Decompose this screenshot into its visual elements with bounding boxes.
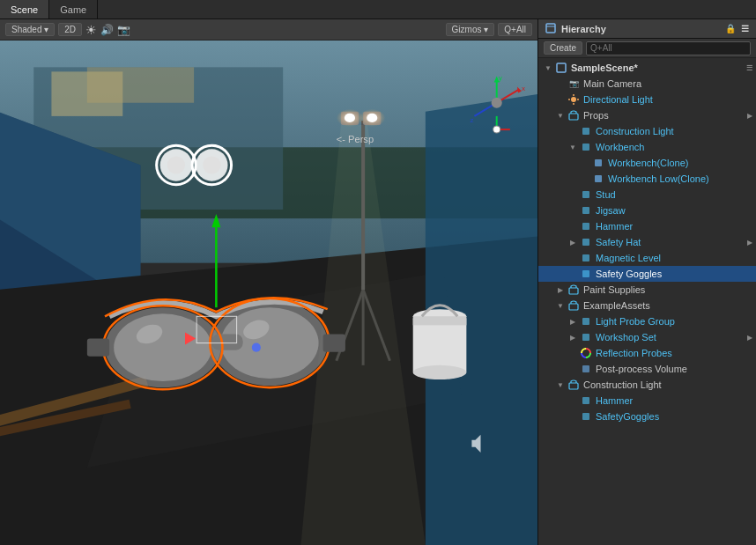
tree-item-jigsaw[interactable]: Jigsaw [538,203,756,218]
main-content: Shaded 2D ☀ 🔊 📷 Gizmos Q+All [0,19,756,545]
2d-toggle[interactable]: 2D [58,23,82,36]
svg-point-61 [167,156,185,173]
const-light2-arrow: ▼ [554,381,567,389]
svg-point-55 [493,126,500,133]
svg-rect-32 [87,339,109,357]
tree-item-props[interactable]: ▼ Props ▶ [538,107,756,123]
svg-rect-91 [582,413,589,420]
props-expand: ▶ [747,112,752,120]
viewport-toolbar: Shaded 2D ☀ 🔊 📷 Gizmos Q+All [0,19,537,41]
scene-viewport-svg: y x z [0,41,537,545]
sun-icon[interactable]: ☀ [85,23,97,37]
camera-icon-tree: 📷 [567,77,581,91]
svg-text:z: z [470,116,473,124]
tree-item-main-camera[interactable]: 📷 Main Camera [538,76,756,92]
paint-arrow: ▶ [554,286,567,294]
svg-point-62 [203,156,220,173]
props-label: Props [583,110,747,121]
camera-label: Main Camera [583,78,752,89]
tab-scene[interactable]: Scene [0,0,49,18]
tree-item-safety-goggles[interactable]: Safety Goggles [538,266,756,282]
tree-item-workbench-low-clone[interactable]: Workbench Low(Clone) [538,171,756,187]
example-assets-label: ExampleAssets [583,300,752,311]
const-light-1-label: Construction Light [596,126,752,136]
tree-item-hammer-1[interactable]: Hammer [538,218,756,234]
const-light-icon [579,124,593,138]
svg-rect-76 [595,175,602,182]
tab-bar: Scene Game [0,0,756,19]
tree-item-post-process[interactable]: Post-process Volume [538,361,756,377]
panel-toolbar: Create [538,39,756,58]
svg-rect-83 [569,288,578,294]
shading-dropdown[interactable]: Shaded [5,23,55,36]
safety-goggles-label: Safety Goggles [596,269,752,279]
tree-item-hammer-2[interactable]: Hammer [538,393,756,409]
tree-item-paint-supplies[interactable]: ▶ Paint Supplies [538,282,756,298]
svg-rect-41 [413,316,467,325]
stud-label: Stud [596,189,752,200]
gizmos-button[interactable]: Gizmos [446,23,495,36]
light-probe-label: Light Probe Group [596,316,752,327]
props-arrow: ▼ [554,112,567,120]
create-button[interactable]: Create [544,41,582,55]
hierarchy-search[interactable] [586,41,751,55]
scene-root-expand: ☰ [746,64,752,72]
mag-level-label: Magnetic Level [596,253,752,263]
svg-point-34 [252,343,261,352]
panel-menu-icon[interactable]: ☰ [741,24,749,33]
svg-rect-27 [211,334,242,350]
workshop-set-arrow: ▶ [567,334,579,342]
svg-rect-78 [582,207,589,214]
tree-item-safety-goggles-2[interactable]: SafetyGoggles [538,409,756,424]
svg-rect-86 [582,334,589,341]
tree-item-workbench[interactable]: ▼ Workbench [538,139,756,155]
tree-item-reflection-probes[interactable]: Reflection Probes [538,345,756,361]
tree-item-construction-light-1[interactable]: Construction Light [538,123,756,139]
paint-label: Paint Supplies [583,284,752,295]
panel-header: Hierarchy 🔒 ☰ [538,19,756,39]
wb-clone-label: Workbench(Clone) [608,158,752,168]
svg-rect-4 [87,67,194,102]
tree-item-example-assets[interactable]: ▼ ExampleAssets [538,298,756,313]
tree-item-construction-light-2[interactable]: ▼ Construction Light [538,377,756,393]
svg-rect-84 [569,304,578,310]
scene-canvas: y x z [0,41,537,545]
panel-lock-icon[interactable]: 🔒 [725,24,736,33]
wb-low-icon [591,172,605,186]
tree-item-safety-hat[interactable]: ▶ Safety Hat ▶ [538,234,756,250]
camera-icon[interactable]: 📷 [117,24,130,36]
wb-clone-icon [591,156,605,170]
speaker-icon[interactable]: 🔊 [100,24,114,36]
scene-root-label: SampleScene* [571,63,746,73]
hierarchy-tree[interactable]: ▼ SampleScene* ☰ 📷 Main Camera Directio [538,58,756,545]
svg-rect-81 [582,254,589,261]
wb-low-label: Workbench Low(Clone) [608,173,752,184]
tree-item-magnetic-level[interactable]: Magnetic Level [538,250,756,266]
jigsaw-label: Jigsaw [596,205,752,216]
tree-item-directional-light[interactable]: Directional Light [538,92,756,107]
hierarchy-title: Hierarchy [561,24,606,34]
tree-item-stud[interactable]: Stud [538,187,756,203]
hammer1-label: Hammer [596,221,752,232]
safety-hat-arrow: ▶ [567,239,579,247]
reflection-icon [579,346,593,360]
safety-hat-icon [579,235,593,249]
tree-item-workbench-clone[interactable]: Workbench(Clone) [538,155,756,171]
safety-hat-expand: ▶ [747,239,752,247]
viewport[interactable]: Shaded 2D ☀ 🔊 📷 Gizmos Q+All [0,19,537,545]
light-probe-arrow: ▶ [567,318,579,326]
jigsaw-icon [579,203,593,217]
tab-game[interactable]: Game [49,0,98,18]
svg-rect-77 [582,191,589,198]
scene-root-icon [554,61,568,75]
tree-item-light-probe-group[interactable]: ▶ Light Probe Group [538,313,756,329]
example-assets-arrow: ▼ [554,302,567,310]
svg-point-21 [367,114,377,122]
svg-text:<- Persp: <- Persp [337,134,374,144]
light-probe-icon [579,314,593,328]
tree-item-workshop-set[interactable]: ▶ Workshop Set ▶ [538,329,756,345]
quality-all-button[interactable]: Q+All [498,23,532,36]
scene-root[interactable]: ▼ SampleScene* ☰ [538,60,756,76]
workbench-icon [579,140,593,154]
svg-rect-80 [582,239,589,246]
